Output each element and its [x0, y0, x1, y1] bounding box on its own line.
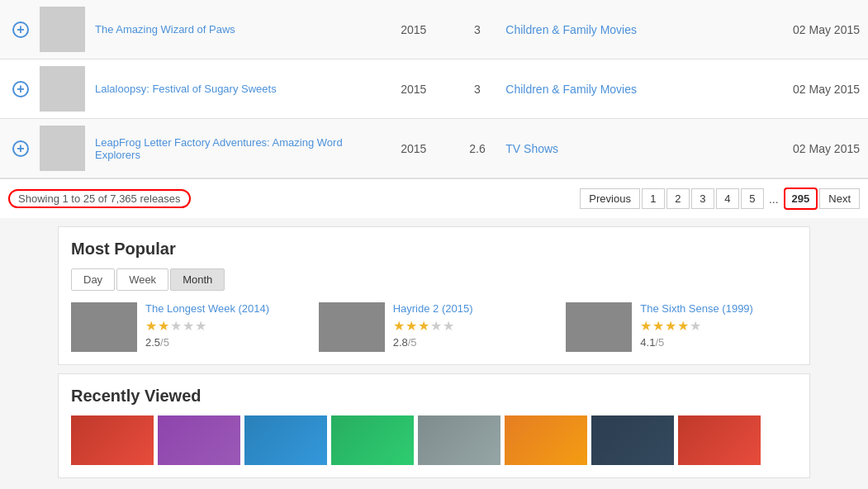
recent-thumb[interactable] — [418, 415, 500, 465]
release-title[interactable]: The Amazing Wizard of Paws — [95, 23, 378, 36]
star-rating: ★★★★★ — [393, 318, 550, 334]
page-295-button[interactable]: 295 — [784, 188, 818, 210]
poster-image — [40, 126, 85, 171]
popular-poster[interactable] — [319, 302, 385, 352]
recent-thumb[interactable] — [678, 415, 761, 465]
release-rating: 2.6 — [449, 142, 506, 155]
most-popular-section: Most Popular DayWeekMonth The Longest We… — [58, 226, 810, 365]
popular-info: The Longest Week (2014) ★★★★★ 2.5/5 — [145, 302, 302, 349]
star-icon: ★ — [393, 318, 405, 334]
next-button[interactable]: Next — [819, 188, 860, 209]
table-row: + LeapFrog Letter Factory Adventures: Am… — [0, 119, 868, 178]
add-button[interactable]: + — [8, 140, 33, 157]
popular-poster[interactable] — [71, 302, 137, 352]
release-date: 02 May 2015 — [719, 142, 860, 155]
star-icon: ★ — [690, 318, 701, 334]
table-row: + The Amazing Wizard of Paws 2015 3 Chil… — [0, 0, 868, 59]
tab-month[interactable]: Month — [170, 268, 225, 291]
recent-thumb[interactable] — [591, 415, 674, 465]
star-rating: ★★★★★ — [640, 318, 797, 334]
popular-title[interactable]: The Sixth Sense (1999) — [640, 302, 797, 315]
score: 4.1/5 — [640, 336, 797, 349]
pagination-controls: Previous 1 2 3 4 5 ... 295 Next — [580, 188, 860, 210]
add-button[interactable]: + — [8, 81, 33, 97]
score-max: /5 — [655, 336, 664, 349]
most-popular-title: Most Popular — [71, 240, 797, 259]
star-icon: ★ — [640, 318, 652, 334]
release-date: 02 May 2015 — [719, 83, 860, 96]
page-1-button[interactable]: 1 — [642, 188, 665, 209]
add-button[interactable]: + — [8, 21, 33, 38]
star-icon: ★ — [158, 318, 169, 334]
tab-day[interactable]: Day — [71, 268, 115, 291]
poster-image — [40, 66, 85, 112]
recent-thumb[interactable] — [71, 415, 154, 465]
star-icon: ★ — [183, 318, 194, 334]
star-icon: ★ — [406, 318, 417, 334]
previous-button[interactable]: Previous — [580, 188, 640, 209]
recently-viewed-section: Recently Viewed — [58, 373, 810, 478]
popular-title[interactable]: The Longest Week (2014) — [145, 302, 302, 315]
release-title[interactable]: Lalaloopsy: Festival of Sugary Sweets — [95, 83, 378, 95]
popular-item: The Longest Week (2014) ★★★★★ 2.5/5 — [71, 302, 302, 352]
star-icon: ★ — [145, 318, 157, 334]
score-max: /5 — [160, 336, 169, 349]
releases-table: + The Amazing Wizard of Paws 2015 3 Chil… — [0, 0, 868, 218]
release-year: 2015 — [378, 23, 449, 36]
release-genre[interactable]: TV Shows — [505, 142, 718, 155]
release-date: 02 May 2015 — [719, 23, 860, 36]
page-4-button[interactable]: 4 — [716, 188, 739, 209]
page-5-button[interactable]: 5 — [741, 188, 764, 209]
score-max: /5 — [408, 336, 417, 349]
release-genre[interactable]: Children & Family Movies — [505, 83, 718, 96]
table-row: + Lalaloopsy: Festival of Sugary Sweets … — [0, 59, 868, 119]
pagination-bar: Showing 1 to 25 of 7,365 releases Previo… — [0, 178, 868, 218]
release-title[interactable]: LeapFrog Letter Factory Adventures: Amaz… — [95, 136, 378, 161]
star-icon: ★ — [170, 318, 182, 334]
release-year: 2015 — [378, 83, 449, 96]
page-3-button[interactable]: 3 — [691, 188, 714, 209]
score: 2.5/5 — [145, 336, 302, 349]
recently-viewed-title: Recently Viewed — [71, 387, 797, 406]
recent-thumb[interactable] — [505, 415, 587, 465]
star-icon: ★ — [195, 318, 206, 334]
release-rating: 3 — [449, 83, 506, 96]
page-2-button[interactable]: 2 — [666, 188, 690, 209]
star-icon: ★ — [665, 318, 676, 334]
release-year: 2015 — [378, 142, 449, 155]
popular-title[interactable]: Hayride 2 (2015) — [393, 302, 550, 315]
star-icon: ★ — [443, 318, 454, 334]
recent-thumb[interactable] — [244, 415, 327, 465]
poster-image — [40, 7, 85, 52]
popular-info: Hayride 2 (2015) ★★★★★ 2.8/5 — [393, 302, 550, 349]
star-icon: ★ — [677, 318, 689, 334]
popular-poster[interactable] — [566, 302, 632, 352]
popular-item: The Sixth Sense (1999) ★★★★★ 4.1/5 — [566, 302, 797, 352]
pagination-dots: ... — [766, 189, 782, 209]
star-icon: ★ — [418, 318, 429, 334]
star-icon: ★ — [430, 318, 442, 334]
release-genre[interactable]: Children & Family Movies — [505, 23, 718, 36]
showing-text: Showing 1 to 25 of 7,365 releases — [8, 189, 191, 208]
popular-info: The Sixth Sense (1999) ★★★★★ 4.1/5 — [640, 302, 797, 349]
popular-item: Hayride 2 (2015) ★★★★★ 2.8/5 — [319, 302, 550, 352]
recent-thumbs — [71, 415, 797, 465]
tab-week[interactable]: Week — [116, 268, 168, 291]
score: 2.8/5 — [393, 336, 550, 349]
release-rating: 3 — [449, 23, 506, 36]
recent-thumb[interactable] — [331, 415, 414, 465]
tabs: DayWeekMonth — [71, 268, 797, 291]
star-icon: ★ — [652, 318, 664, 334]
star-rating: ★★★★★ — [145, 318, 302, 334]
popular-items: The Longest Week (2014) ★★★★★ 2.5/5 Hayr… — [71, 302, 797, 352]
recent-thumb[interactable] — [158, 415, 240, 465]
